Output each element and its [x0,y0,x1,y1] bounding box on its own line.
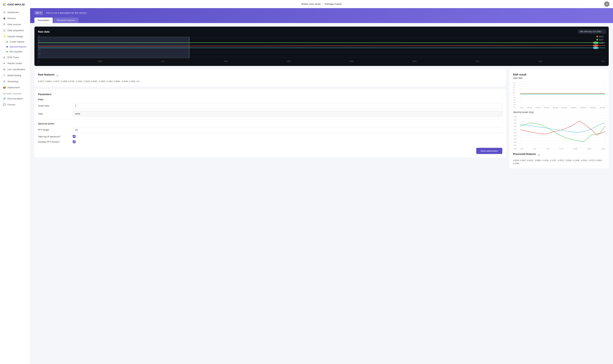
spectral-features-dot [6,46,8,48]
version-bar: #1 ▼ Click to set a description for this… [30,8,613,18]
sidebar-item-label: Data sources [7,23,21,26]
copy-processed-features-icon[interactable]: ⧉ [538,154,540,156]
two-col-layout: Raw features ⧉ 0.2017, 9.6654, -0.4537, … [34,69,609,168]
sidebar-item-versioning[interactable]: ⊘ Versioning [0,78,30,84]
sidebar-item-devices[interactable]: ▣ Devices [0,15,30,21]
sidebar-item-spectral-features[interactable]: Spectral features [0,44,30,49]
x-label: 0 [38,60,39,62]
topbar-project: Package Tracker [325,3,342,5]
y-label: 0.4 [513,89,516,91]
sidebar-logo[interactable]: EDGE IMPULSE [0,0,30,9]
y-label: -0.4 [513,99,516,101]
type-select[interactable]: none low high bandpass [73,111,502,117]
svg-point-9 [593,44,599,47]
spectral-power-title: Spectral power [38,122,502,125]
fft-length-input[interactable] [73,127,502,132]
x-label: 23.44 [601,148,605,150]
y-label: -3.95 [513,119,517,121]
x-label: 5440 [350,60,354,62]
x-label: 19.53 [587,148,591,150]
raw-features-values: 0.2017, 9.6654, -0.4537, 0.1993, 9.6756,… [38,80,502,83]
sidebar-item-live-classification[interactable]: ⊕ Live classification [0,66,30,72]
raw-data-dropdown[interactable]: Idle.3afuceju.s14 (Idle) [578,29,606,34]
sidebar-item-eon-tuner[interactable]: ◎ EON Tuner [0,54,30,60]
take-log-checkbox[interactable] [73,135,76,138]
after-filter-y-axis: 1.0 0.8 0.6 0.4 0.2 0 -0.2 -0.4 -0.6 -0.… [513,81,516,109]
take-log-row: Take log of spectrum? [38,135,502,138]
copy-raw-features-icon[interactable]: ⧉ [56,74,58,77]
content-area: #1 ▼ Click to set a description for this… [30,8,613,364]
sidebar-item-deployment[interactable]: 📦 Deployment [0,84,30,90]
x-label: 4352 [287,60,290,62]
main-content: Shebin Jose Jacob / Package Tracker SJ #… [30,0,613,364]
after-filter-title: After filter [513,77,605,79]
y-label: 0 [38,44,41,46]
x-label: 3264 [224,60,228,62]
take-log-label: Take log of spectrum? [38,135,70,138]
y-label: -4.00 [513,122,517,124]
overlap-fft-label: Overlap FFT frames? [38,141,70,143]
sidebar-item-dashboard[interactable]: ⊡ Dashboard [0,9,30,15]
sidebar-item-forums[interactable]: 💬 Forums [0,102,30,108]
parameters-panel: Parameters Filter Scale axes Type none l… [34,89,506,157]
left-column: Raw features ⧉ 0.2017, 9.6654, -0.4537, … [34,69,506,168]
x-label: 624.00 [544,107,549,109]
x-label: 6528 [413,60,416,62]
sidebar-item-nn-classifier[interactable]: NN Classifier [0,49,30,54]
live-classification-icon: ⊕ [3,68,6,71]
sidebar-item-label: Devices [7,17,16,20]
sidebar-item-retrain-model[interactable]: ✦ Retrain model [0,60,30,66]
y-label: -4.20 [513,135,517,137]
sidebar-item-documentation[interactable]: 🔗 Documentation [0,95,30,102]
fft-length-row: FFT length [38,127,502,132]
version-description[interactable]: Click to set a description for this vers… [46,12,86,14]
x-label: 15.63 [573,148,577,150]
spectral-power-chart-title: Spectral power (log) [513,111,605,113]
spectral-y-axis: -3.90 -3.95 -4.00 -4.05 -4.10 -4.15 -4.2… [513,116,517,150]
data-sources-icon: ✗ [3,23,6,26]
sidebar-item-label: EON Tuner [7,56,19,59]
data-acquisition-icon: ◫ [3,29,6,32]
save-parameters-button[interactable]: Save parameters [476,148,502,154]
sidebar-item-impulse-design[interactable]: ⚡ Impulse design [0,33,30,39]
spectral-chart [520,116,605,147]
y-label: -4.10 [513,129,517,130]
sidebar-item-label: Live classification [7,68,25,71]
sidebar-item-label: Versioning [7,80,18,83]
sidebar-item-label: Spectral features [10,46,27,48]
sidebar-item-data-acquisition[interactable]: ◫ Data acquisition [0,27,30,33]
raw-chart-svg [38,36,605,59]
y-label: 20 [38,35,41,37]
scale-axes-input[interactable] [73,103,502,108]
legend-accY: accY [596,39,603,41]
sidebar-item-data-sources[interactable]: ✗ Data sources [0,21,30,27]
y-label: -4.30 [513,141,517,143]
y-label: -4.40 [513,148,517,149]
sidebar-item-label: Impulse design [7,35,23,38]
sidebar-item-model-testing[interactable]: ⬡ Model testing [0,72,30,78]
raw-data-panel: Raw data Idle.3afuceju.s14 (Idle) [34,26,609,66]
sidebar-item-create-impulse[interactable]: Create impulse [0,39,30,44]
raw-data-title: Raw data [38,30,605,33]
accX-label: accX [599,35,603,38]
overlap-fft-checkbox[interactable] [73,140,76,143]
topbar-user: Shebin Jose Jacob [301,3,321,5]
sidebar-item-label: Create impulse [10,40,25,43]
dashboard-icon: ⊡ [3,11,6,14]
version-badge[interactable]: #1 ▼ [34,11,43,15]
eon-tuner-icon: ◎ [3,56,6,59]
y-label: -3.90 [513,116,517,118]
tab-generate-features[interactable]: Generate features [53,18,78,23]
inner-content: Raw data Idle.3afuceju.s14 (Idle) [30,23,613,172]
avatar[interactable]: SJ [604,1,610,7]
processed-features-title: Processed features [513,153,536,156]
overlap-fft-row: Overlap FFT frames? [38,140,502,143]
sidebar-item-label: Forums [7,103,15,106]
versioning-icon: ⊘ [3,80,6,83]
tab-parameters[interactable]: Parameters [34,18,53,23]
accY-label: accY [599,39,603,41]
after-filter-chart-container: 1.0 0.8 0.6 0.4 0.2 0 -0.2 -0.4 -0.6 -0.… [513,81,605,109]
documentation-icon: 🔗 [3,97,6,100]
version-number: #1 [36,12,39,14]
sidebar-item-label: Data acquisition [7,29,24,32]
